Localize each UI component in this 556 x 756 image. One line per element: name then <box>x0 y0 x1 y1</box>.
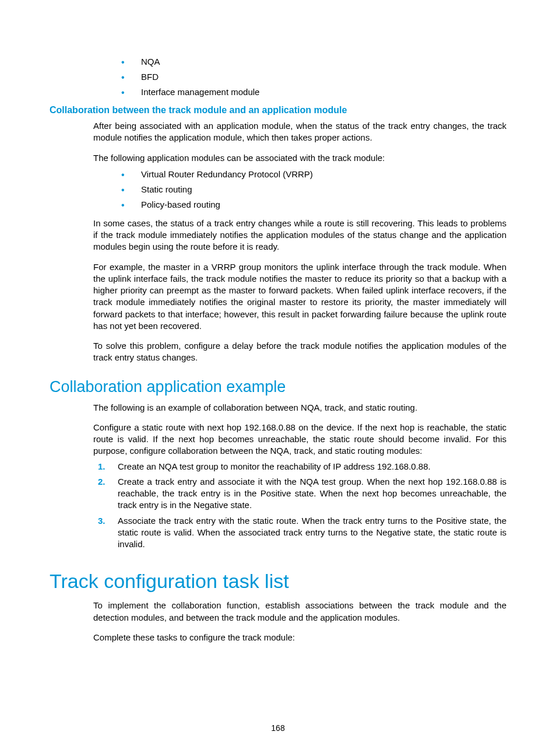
paragraph: For example, the master in a VRRP group … <box>93 261 506 332</box>
list-item: 3.Associate the track entry with the sta… <box>93 515 506 551</box>
paragraph: Complete these tasks to configure the tr… <box>93 632 506 643</box>
step-text: Associate the track entry with the stati… <box>118 516 506 550</box>
heading-track-config-tasklist: Track configuration task list <box>50 570 506 593</box>
list-item: Policy-based routing <box>117 198 506 212</box>
step-number: 1. <box>98 461 105 473</box>
application-modules-list: Virtual Router Redundancy Protocol (VRRP… <box>50 167 506 212</box>
paragraph: In some cases, the status of a track ent… <box>93 218 506 253</box>
paragraph: Configure a static route with next hop 1… <box>93 422 506 457</box>
paragraph: The following is an example of collabora… <box>93 402 506 414</box>
list-item: BFD <box>117 70 506 84</box>
paragraph: The following application modules can be… <box>93 152 506 164</box>
list-item: Static routing <box>117 183 506 197</box>
list-item: Virtual Router Redundancy Protocol (VRRP… <box>117 167 506 181</box>
paragraph: To solve this problem, configure a delay… <box>93 340 506 364</box>
heading-collaboration-example: Collaboration application example <box>50 378 506 396</box>
heading-collaboration-app-module: Collaboration between the track module a… <box>50 105 506 116</box>
page-number: 168 <box>0 723 556 733</box>
step-text: Create an NQA test group to monitor the … <box>118 461 431 471</box>
list-item: Interface management module <box>117 85 506 99</box>
detection-modules-list: NQA BFD Interface management module <box>50 55 506 99</box>
list-item: 2.Create a track entry and associate it … <box>93 476 506 512</box>
document-page: NQA BFD Interface management module Coll… <box>0 0 556 756</box>
configuration-steps-list: 1.Create an NQA test group to monitor th… <box>93 461 506 551</box>
step-text: Create a track entry and associate it wi… <box>118 477 506 510</box>
list-item: 1.Create an NQA test group to monitor th… <box>93 461 506 473</box>
paragraph: To implement the collaboration function,… <box>93 600 506 624</box>
paragraph: After being associated with an applicati… <box>93 120 506 144</box>
step-number: 3. <box>98 515 105 527</box>
step-number: 2. <box>98 476 105 488</box>
list-item: NQA <box>117 55 506 69</box>
